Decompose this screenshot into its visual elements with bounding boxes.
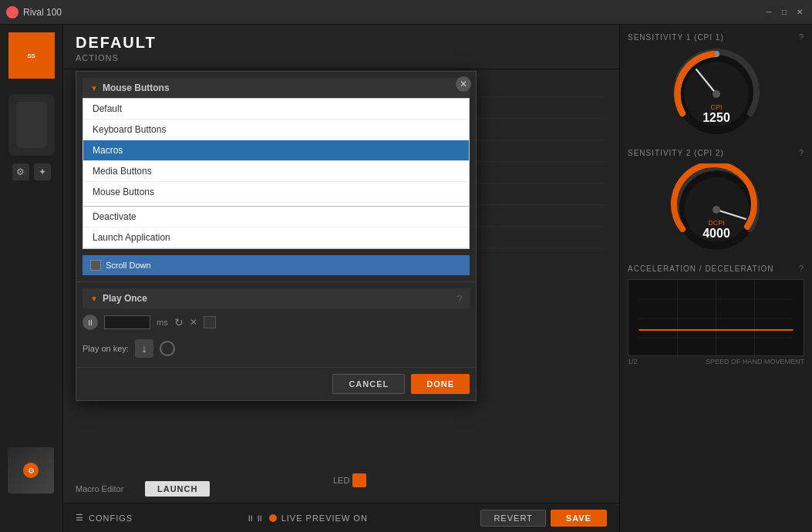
left-sidebar: SS ⚙ ✦ ⚙ <box>0 25 63 532</box>
revert-button[interactable]: REVERT <box>480 510 545 527</box>
dropdown-item-mouse[interactable]: Mouse Buttons <box>83 182 469 203</box>
accel-bottom: 1/2 SPEED OF HAND MOVEMENT <box>628 358 804 365</box>
svg-text:1250: 1250 <box>702 111 730 124</box>
svg-text:DCPI: DCPI <box>708 219 725 227</box>
play-on-key: Play on key: ↓ <box>83 336 470 361</box>
save-button[interactable]: SAVE <box>551 510 607 527</box>
overlay-panel: ✕ ▼ Mouse Buttons ? Default Keyboard But… <box>76 71 477 401</box>
scroll-checkbox[interactable] <box>90 260 101 271</box>
pause-button[interactable]: ⏸ <box>83 315 98 330</box>
acceleration-title: ACCELERATION / DECELERATION ? <box>628 264 804 273</box>
overlay-close-button[interactable]: ✕ <box>456 76 471 92</box>
play-checkbox[interactable] <box>204 316 216 328</box>
ms-input[interactable] <box>104 315 150 329</box>
preview-thumbnail: ⚙ <box>8 447 54 493</box>
sensitivity-1-help[interactable]: ? <box>799 32 804 42</box>
settings-icon[interactable]: ✦ <box>34 163 51 180</box>
dropdown-title: Mouse Buttons <box>103 82 170 93</box>
led-box[interactable] <box>352 473 366 487</box>
window-controls: ─ □ ✕ <box>763 6 806 19</box>
svg-point-9 <box>713 206 720 214</box>
play-controls: ⏸ ms ↻ ✕ <box>83 308 470 336</box>
dropdown-section: ▼ Mouse Buttons ? Default Keyboard Butto… <box>76 72 476 255</box>
thumb-icon: ⚙ <box>23 463 39 478</box>
configs-button[interactable]: ☰ CONFIGS <box>76 513 133 523</box>
sensitivity-2-title: SENSITIVITY 2 (CPI 2) ? <box>628 148 804 157</box>
key-circle-button[interactable] <box>160 341 175 356</box>
svg-text:CPI: CPI <box>710 103 722 111</box>
minimize-button[interactable]: ─ <box>763 6 775 19</box>
dropdown-item-media[interactable]: Media Buttons <box>83 161 469 182</box>
led-label: LED <box>333 473 366 487</box>
play-help-icon[interactable]: ? <box>457 294 462 303</box>
overlay-footer: CANCEL DONE <box>76 367 476 400</box>
close-button[interactable]: ✕ <box>793 6 806 19</box>
accel-x-label: SPEED OF HAND MOVEMENT <box>706 358 804 365</box>
dropdown-item-launch[interactable]: Launch Application <box>83 227 469 248</box>
svg-point-3 <box>713 90 720 98</box>
clear-icon[interactable]: ✕ <box>190 317 197 328</box>
done-button[interactable]: DONE <box>411 374 470 394</box>
live-preview-label: LIVE PREVIEW ON <box>281 513 368 523</box>
dropdown-item-keyboard[interactable]: Keyboard Buttons <box>83 120 469 140</box>
page-title: DEFAULT <box>76 34 607 52</box>
dropdown-item-deactivate[interactable]: Deactivate <box>83 206 469 227</box>
sensitivity-1-title: SENSITIVITY 1 (CPI 1) ? <box>628 32 804 42</box>
key-down-button[interactable]: ↓ <box>135 339 153 358</box>
live-dot <box>269 514 277 522</box>
accel-chart-wrapper: 2x SENSITIVITY <box>628 279 804 365</box>
repeat-icon[interactable]: ↻ <box>174 316 184 328</box>
header: DEFAULT ACTIONS <box>63 25 619 69</box>
scroll-down-bar-label: Scroll Down <box>106 261 151 270</box>
action-buttons: REVERT SAVE <box>480 510 607 527</box>
dropdown-list: Default Keyboard Buttons Macros Media Bu… <box>83 98 470 249</box>
play-section: ▼ Play Once ? ⏸ ms ↻ ✕ Play on key: ↓ <box>76 281 476 367</box>
configs-icon: ☰ <box>76 513 84 523</box>
actions-label: ACTIONS <box>76 53 607 62</box>
sensitivity-2-gauge: DCPI 4000 <box>670 163 763 256</box>
sensitivity-1-gauge: CPI 1250 <box>670 48 763 140</box>
window-title: Rival 100 <box>23 7 806 18</box>
acceleration-help[interactable]: ? <box>799 264 804 273</box>
play-header[interactable]: ▼ Play Once ? <box>83 288 470 308</box>
configs-label: CONFIGS <box>89 513 133 523</box>
dropdown-arrow-icon: ▼ <box>90 84 98 93</box>
svg-text:4000: 4000 <box>702 227 730 240</box>
sensitivity-2-help[interactable]: ? <box>799 148 804 157</box>
scroll-down-bar: Scroll Down <box>83 255 470 275</box>
bottom-bar: ☰ CONFIGS ⏸⏸ LIVE PREVIEW ON REVERT SAVE <box>63 503 619 532</box>
cancel-button[interactable]: CANCEL <box>332 374 405 394</box>
play-title: Play Once <box>103 293 147 304</box>
live-preview: ⏸⏸ LIVE PREVIEW ON <box>246 513 368 523</box>
app-container: SS ⚙ ✦ ⚙ DEFAULT ACTIONS <box>0 25 812 532</box>
dropdown-header[interactable]: ▼ Mouse Buttons ? <box>83 78 470 98</box>
accel-fraction: 1/2 <box>628 358 638 365</box>
ms-label: ms <box>157 318 168 327</box>
maximize-button[interactable]: □ <box>778 6 790 19</box>
gear-icon[interactable]: ⚙ <box>12 163 29 180</box>
accel-chart[interactable]: SENSITIVITY <box>628 279 804 356</box>
title-bar: Rival 100 ─ □ ✕ <box>0 0 812 25</box>
right-panel: SENSITIVITY 1 (CPI 1) ? CPI <box>619 25 812 532</box>
main-content: DEFAULT ACTIONS Button 1 Button 1 Button… <box>63 25 619 532</box>
sensitivity-2-section: SENSITIVITY 2 (CPI 2) ? DCPI 4000 <box>628 148 804 256</box>
play-on-label: Play on key: <box>83 344 129 353</box>
sensitivity-1-section: SENSITIVITY 1 (CPI 1) ? CPI <box>628 32 804 140</box>
acceleration-section: ACCELERATION / DECELERATION ? 2x <box>628 264 804 524</box>
mouse-thumbnail <box>8 94 55 156</box>
dropdown-item-default[interactable]: Default <box>83 99 469 120</box>
app-icon <box>6 6 19 19</box>
macro-editor-label: Macro Editor <box>76 484 145 493</box>
play-arrow-icon: ▼ <box>90 295 98 303</box>
dropdown-item-macros[interactable]: Macros <box>83 140 469 161</box>
steelseries-logo: SS <box>8 32 55 79</box>
